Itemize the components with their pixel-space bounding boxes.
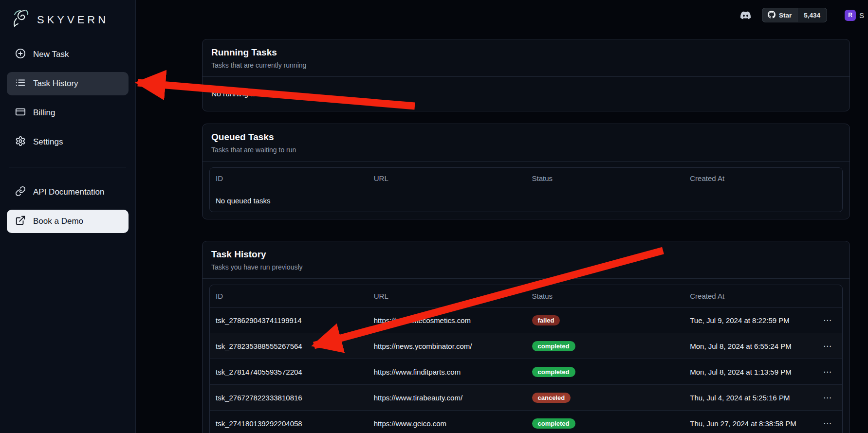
card-title: Running Tasks	[211, 47, 841, 58]
queued-tasks-header: Queued Tasks Tasks that are waiting to r…	[203, 124, 850, 162]
sidebar-item-label: Settings	[33, 137, 63, 147]
avatar[interactable]: R	[845, 10, 856, 21]
column-header-url: URL	[368, 292, 526, 300]
row-actions-button[interactable]: ⋯	[819, 340, 836, 352]
queued-tasks-table: ID URL Status Created At No queued tasks	[209, 167, 843, 212]
status-badge: completed	[532, 418, 575, 429]
task-created-at: Mon, Jul 8, 2024 at 1:13:59 PM	[690, 368, 791, 376]
task-url: https://www.geico.com	[368, 419, 526, 428]
sidebar-item-label: Task History	[33, 79, 78, 89]
table-row[interactable]: tsk_276727822333810816 https://www.tirab…	[210, 385, 842, 411]
queued-tasks-empty-message: No queued tasks	[210, 189, 842, 212]
sidebar: SKYVERN New Task Task History	[0, 0, 136, 433]
discord-icon[interactable]	[739, 10, 752, 20]
running-tasks-card: Running Tasks Tasks that are currently r…	[202, 39, 850, 111]
row-actions-button[interactable]: ⋯	[819, 314, 836, 326]
table-header-row: ID URL Status Created At	[210, 168, 842, 189]
task-history-card: Task History Tasks you have run previous…	[202, 241, 850, 433]
task-url: https://www.tirabeauty.com/	[368, 394, 526, 402]
list-icon	[15, 77, 26, 90]
sidebar-item-book-a-demo[interactable]: Book a Demo	[7, 210, 129, 233]
card-title: Queued Tasks	[211, 132, 841, 143]
gear-icon	[15, 136, 26, 149]
column-header-created-at: Created At	[684, 174, 842, 182]
card-title: Task History	[211, 249, 841, 260]
status-badge: completed	[532, 367, 575, 377]
sidebar-item-billing[interactable]: Billing	[7, 101, 129, 125]
table-header-row: ID URL Status Created At	[210, 285, 842, 307]
table-row[interactable]: tsk_278235388555267564 https://news.ycom…	[210, 333, 842, 359]
table-row[interactable]: tsk_274180139292204058 https://www.geico…	[210, 411, 842, 433]
brand-name: SKYVERN	[37, 14, 109, 26]
card-subtitle: Tasks that are currently running	[211, 61, 841, 69]
task-created-at: Mon, Jul 8, 2024 at 6:55:24 PM	[690, 342, 791, 350]
running-tasks-header: Running Tasks Tasks that are currently r…	[203, 39, 850, 77]
github-star-count: 5,434	[797, 8, 827, 22]
queued-tasks-card: Queued Tasks Tasks that are waiting to r…	[202, 124, 850, 219]
status-badge: failed	[532, 315, 560, 325]
sidebar-divider	[9, 167, 126, 167]
task-history-table: ID URL Status Created At tsk_27862904374…	[209, 285, 843, 433]
task-created-at: Tue, Jul 9, 2024 at 8:22:59 PM	[690, 316, 790, 325]
credit-card-icon	[15, 107, 26, 120]
sidebar-item-api-documentation[interactable]: API Documentation	[7, 180, 129, 204]
github-icon	[768, 11, 776, 20]
sidebar-item-label: Billing	[33, 108, 55, 118]
card-subtitle: Tasks you have run previously	[211, 263, 841, 271]
main-content: Running Tasks Tasks that are currently r…	[202, 39, 850, 433]
running-tasks-empty-message: No running tasks	[203, 77, 850, 111]
sidebar-item-label: New Task	[33, 50, 69, 59]
sidebar-item-label: Book a Demo	[33, 216, 83, 226]
task-id: tsk_278629043741199914	[210, 316, 368, 325]
task-id: tsk_278235388555267564	[210, 342, 368, 350]
external-link-icon	[15, 215, 26, 228]
column-header-id: ID	[210, 174, 368, 182]
table-row[interactable]: tsk_278629043741199914 https://www.litec…	[210, 307, 842, 333]
user-name-fragment: S	[859, 11, 864, 19]
task-url: https://www.finditparts.com	[368, 368, 526, 376]
column-header-id: ID	[210, 292, 368, 300]
sidebar-item-task-history[interactable]: Task History	[7, 72, 129, 95]
github-star-label: Star	[779, 12, 792, 19]
task-created-at: Thu, Jul 4, 2024 at 5:25:16 PM	[690, 394, 790, 402]
row-actions-button[interactable]: ⋯	[819, 392, 836, 404]
brand-header: SKYVERN	[7, 8, 129, 32]
status-badge: canceled	[532, 393, 571, 403]
row-actions-button[interactable]: ⋯	[819, 366, 836, 378]
sidebar-nav: New Task Task History Billing	[7, 43, 129, 233]
card-subtitle: Tasks that are waiting to run	[211, 146, 841, 154]
status-badge: completed	[532, 341, 575, 351]
task-id: tsk_276727822333810816	[210, 394, 368, 402]
sidebar-item-label: API Documentation	[33, 187, 104, 197]
column-header-status: Status	[526, 174, 684, 182]
table-row[interactable]: tsk_278147405593572204 https://www.findi…	[210, 359, 842, 385]
link-icon	[15, 186, 26, 199]
sidebar-item-new-task[interactable]: New Task	[7, 43, 129, 66]
row-actions-button[interactable]: ⋯	[819, 417, 836, 430]
task-id: tsk_278147405593572204	[210, 368, 368, 376]
task-created-at: Thu, Jun 27, 2024 at 8:38:58 PM	[690, 419, 796, 428]
column-header-url: URL	[368, 174, 526, 182]
column-header-status: Status	[526, 292, 684, 300]
topbar: Star 5,434 R S	[136, 0, 868, 30]
column-header-created-at: Created At	[684, 292, 842, 300]
task-url: https://news.ycombinator.com/	[368, 342, 526, 350]
github-star-button[interactable]: Star 5,434	[762, 8, 827, 22]
task-id: tsk_274180139292204058	[210, 419, 368, 428]
skyvern-logo-icon	[10, 9, 32, 31]
plus-circle-icon	[15, 48, 26, 61]
task-history-header: Task History Tasks you have run previous…	[203, 241, 850, 279]
sidebar-item-settings[interactable]: Settings	[7, 130, 129, 154]
task-url: https://www.litecosmetics.com	[368, 316, 526, 325]
